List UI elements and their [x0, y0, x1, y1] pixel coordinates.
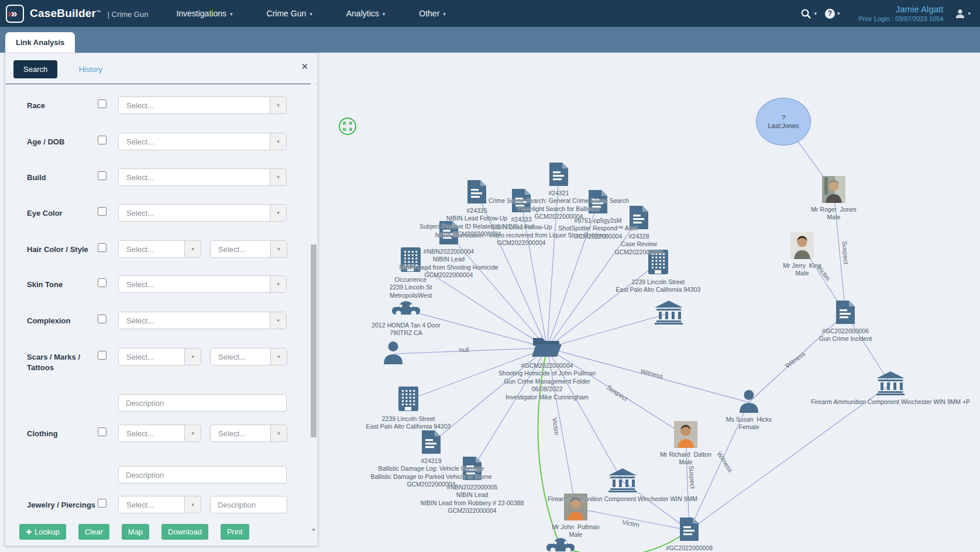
clear-button[interactable]: Clear [78, 524, 109, 540]
build-checkbox[interactable] [98, 171, 106, 180]
account-menu[interactable]: ▾ [955, 8, 971, 19]
node-person-unk[interactable] [382, 341, 404, 367]
node-bank-right[interactable] [876, 371, 905, 398]
edge-label-victim-3: Victim [551, 418, 561, 436]
edge-label-suspect-7: Suspect [841, 241, 850, 264]
map-button[interactable]: Map [122, 524, 149, 540]
close-icon[interactable]: ✕ [301, 61, 308, 72]
node-doc-gc6[interactable] [835, 300, 856, 327]
node-doc-nbn4[interactable] [438, 220, 459, 247]
scars-marks-tattoos-select-2[interactable]: Select...▾ [210, 348, 287, 365]
skin-tone-select[interactable]: Select...▾ [118, 275, 287, 293]
age-dob-select[interactable]: Select...▾ [118, 133, 287, 150]
edge-folder-center--bld-linc-l [408, 348, 547, 400]
user-icon [955, 8, 965, 19]
node-label-photo-jones: Mr Roger JonesMale [811, 206, 857, 222]
age-dob-checkbox[interactable] [98, 136, 106, 144]
node-label-photo-king: Mr Jerry KingMale [783, 262, 821, 278]
scars-marks-tattoos-label: Scars / Marks / Tattoos [27, 352, 96, 372]
jewelry-piercings-checkbox[interactable] [98, 499, 106, 508]
chevron-down-icon: ▾ [837, 11, 840, 16]
clothing-description-input[interactable] [118, 466, 287, 484]
build-select[interactable]: Select...▾ [118, 168, 287, 186]
tab-link-analysis[interactable]: Link Analysis [5, 32, 75, 53]
complexion-checkbox[interactable] [98, 315, 106, 323]
chevron-down-icon: ▾ [270, 169, 286, 185]
node-bank-mid[interactable] [654, 300, 683, 327]
menu-other[interactable]: Other▾ [419, 9, 446, 18]
node-label-bld-linc-r: 2239 Lincoln StreetEast Palo Alto Califo… [616, 278, 701, 294]
casebuilder-logo-icon[interactable]: » » [6, 5, 24, 23]
eye-color-checkbox[interactable] [98, 207, 106, 216]
search-menu[interactable]: ▾ [800, 8, 817, 19]
node-photo-dalton[interactable] [674, 421, 697, 450]
tab-history[interactable]: History [75, 64, 106, 74]
jewelry-piercings-description-input[interactable] [210, 496, 287, 513]
pan-mode-icon[interactable] [339, 118, 356, 135]
race-checkbox[interactable] [98, 99, 106, 108]
clothing-select-1[interactable]: Select...▾ [118, 425, 201, 442]
hair-color-style-select-2[interactable]: Select...▾ [210, 240, 287, 258]
node-doc-24328[interactable] [628, 205, 649, 232]
node-label-doc-24333: #24333NIBIN Lead Follow-UpNIBIN Correlat… [435, 216, 608, 247]
search-icon [800, 8, 811, 19]
tab-search[interactable]: Search [13, 60, 57, 78]
node-bank-bottom[interactable] [608, 468, 637, 495]
edge-label-witness-4: Witness [716, 450, 734, 473]
hair-color-style-checkbox[interactable] [98, 243, 106, 252]
chevron-down-icon: ▾ [968, 11, 971, 16]
node-person-hicks[interactable] [738, 389, 760, 415]
help-menu[interactable]: ? ▾ [825, 9, 840, 19]
lookup-button[interactable]: ✚Lookup [19, 524, 66, 540]
node-doc-24335[interactable] [466, 180, 487, 206]
edge-photo-jones--doc-gc6 [834, 191, 845, 313]
print-button[interactable]: Print [221, 524, 249, 540]
node-doc-24319[interactable] [421, 430, 442, 457]
node-photo-pullman[interactable] [564, 494, 587, 523]
scars-marks-tattoos-description-input[interactable] [118, 394, 287, 412]
node-car-harley[interactable] [545, 536, 576, 552]
scars-marks-tattoos-checkbox[interactable] [98, 351, 106, 360]
skin-tone-checkbox[interactable] [98, 278, 106, 287]
chevron-down-icon: ▾ [814, 11, 817, 16]
race-select[interactable]: Select...▾ [118, 96, 287, 114]
menu-analytics[interactable]: Analytics▾ [346, 9, 386, 18]
node-bld-occ[interactable] [400, 246, 422, 275]
chevron-down-icon: ▾ [270, 133, 286, 150]
chevron-down-icon: ▾ [230, 11, 233, 17]
menu-crime-gun[interactable]: Crime Gun▾ [267, 9, 312, 18]
search-form: RaceSelect...▾Age / DOBSelect...▾BuildSe… [5, 81, 318, 525]
scroll-down-icon[interactable]: ▾ [311, 527, 317, 533]
node-bld-linc-l[interactable] [397, 385, 419, 415]
hair-color-style-select-1[interactable]: Select...▾ [118, 240, 201, 258]
node-photo-king[interactable] [790, 232, 814, 261]
node-car-honda[interactable] [391, 299, 421, 321]
edge-label-suspect-5: Suspect [688, 465, 697, 489]
node-label-doc-gc8: #GC2022000008Gun Crime IncidentGCM202200… [663, 544, 716, 552]
node-doc-9751[interactable] [587, 189, 608, 216]
edge-folder-center--doc-24335 [477, 193, 547, 348]
panel-scrollbar-thumb[interactable] [311, 244, 317, 437]
node-doc-24321[interactable] [548, 162, 569, 189]
node-ellipse-jones[interactable]: ?Last:Jones [756, 98, 811, 146]
clothing-checkbox[interactable] [98, 427, 106, 436]
node-doc-24333[interactable] [511, 188, 532, 215]
chevron-down-icon: ▾ [270, 97, 286, 113]
edge-label-null-0: null [459, 346, 469, 353]
node-bld-linc-r[interactable] [647, 249, 669, 278]
clothing-select-2[interactable]: Select...▾ [210, 425, 287, 442]
eye-color-select[interactable]: Select...▾ [118, 204, 287, 222]
download-button[interactable]: Download [161, 524, 208, 540]
jewelry-piercings-select[interactable]: Select...▾ [118, 496, 201, 513]
edge-folder-center--person-unk [393, 348, 547, 354]
menu-investigations[interactable]: Investigations▾ [176, 9, 232, 18]
edge-label-victim-8: Victim [816, 264, 832, 282]
brand-name: CaseBuilder [30, 7, 96, 19]
scars-marks-tattoos-select-1[interactable]: Select...▾ [118, 348, 201, 365]
complexion-select[interactable]: Select...▾ [118, 312, 287, 329]
node-doc-nbn5[interactable] [462, 456, 483, 483]
node-doc-gc8[interactable] [679, 517, 700, 544]
app-title: CaseBuilder™ | Crime Gun [30, 7, 148, 20]
node-photo-jones[interactable] [822, 176, 845, 205]
node-folder-center[interactable] [531, 334, 563, 361]
